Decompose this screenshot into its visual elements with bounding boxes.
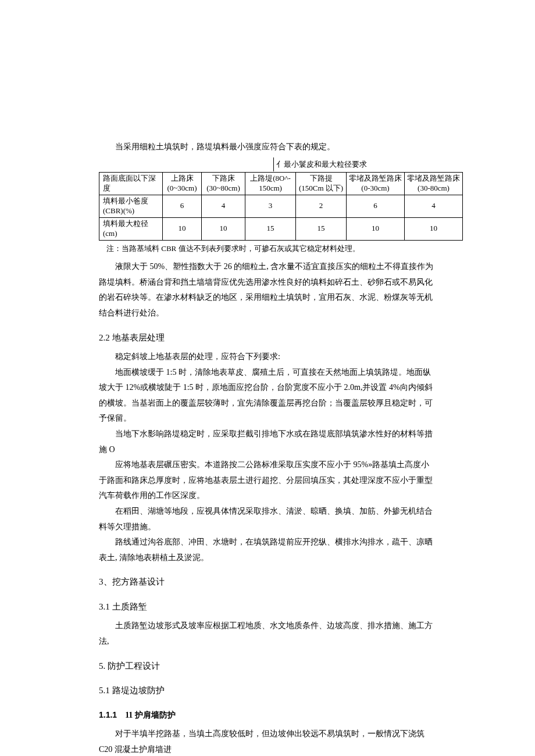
- th-lower-emb: 下路提(150Cm 以下): [296, 173, 347, 195]
- cell: 15: [245, 217, 296, 240]
- th-zero2: 零堵及路堑路床(30-80cm): [405, 173, 463, 195]
- paragraph: 稳定斜坡上地基表层的处理，应符合下列要求:: [99, 349, 436, 365]
- table-title: 亻最小鬟皮和最大粒径要求: [273, 157, 367, 172]
- paragraph: 地面横坡缓于 1:5 时，清除地表草皮、腐殖土后，可直接在天然地面上填筑路堤。地…: [99, 365, 436, 427]
- paragraph: 当地下水影响路堤稳定时，应采取拦截引排地下水或在路堤底部填筑渗水性好的材料等措施…: [99, 427, 436, 457]
- table-header-row: 路面底面以下深度 上路床(0~30cm) 下路床(30~80cm) 上路堤(8O…: [99, 173, 463, 195]
- cell: 10: [202, 217, 245, 240]
- paragraph: 路线通过沟谷底部、冲田、水塘时，在填筑路堤前应开挖纵、横排水沟排水，疏干、凉晒表…: [99, 535, 436, 565]
- cell: 6: [163, 195, 202, 217]
- table-note: 注：当路基域料 CBR 值达不到表列要求时，可掺石灰或其它稳定材料处理。: [99, 242, 436, 256]
- paragraph: 在稻田、湖塘等地段，应视具体情况采取排水、清淤、晾晒、换填、加筋、外掺无机结合料…: [99, 504, 436, 535]
- cell: 10: [347, 217, 405, 240]
- row-grain-label: 填料最大粒径(cm): [99, 217, 163, 240]
- th-upper-emb: 上路堤(8O^-150cm): [245, 173, 296, 195]
- paragraph: 土质路堑边坡形式及坡率应根据工程地质、水文地质条件、边坡高度、排水措施、施工方法…: [99, 618, 436, 649]
- table-row: 填料最小爸度(CBR)(%) 6 4 3 2 6 4: [99, 195, 463, 217]
- paragraph: 液限大于 50%、塑性指数大于 26 的细粒土, 含水量不适宜直接压实的细粒土不…: [99, 259, 436, 321]
- th-upper-bed: 上路床(0~30cm): [163, 173, 202, 195]
- cell: 2: [296, 195, 347, 217]
- th-zero1: 零堵及路堑路床(0-30cm): [347, 173, 405, 195]
- cell: 4: [202, 195, 245, 217]
- cell: 15: [296, 217, 347, 240]
- table-row: 填料最大粒径(cm) 10 10 15 15 10 10: [99, 217, 463, 240]
- th-depth: 路面底面以下深度: [99, 173, 163, 195]
- cell: 6: [347, 195, 405, 217]
- heading-2-2: 2.2 地基表层处理: [99, 329, 436, 346]
- paragraph: 应将地基表层碾压密实。本道路按二公路标准采取压实度不应小于 95%»路基填土高度…: [99, 457, 436, 504]
- heading-number: 1.1.1: [99, 710, 117, 719]
- heading-text: 11 护肩墙防护: [125, 711, 176, 719]
- cell: 10: [163, 217, 202, 240]
- heading-3-1: 3.1 土质路堑: [99, 599, 436, 615]
- cell: 3: [245, 195, 296, 217]
- paragraph-intro: 当采用细粒土填筑时，路堤填料最小强度应符合下表的规定。: [99, 139, 436, 155]
- heading-1-1-1: 1.1.1 11 护肩墙防护: [99, 707, 436, 723]
- cell: 10: [405, 217, 463, 240]
- row-cbr-label: 填料最小爸度(CBR)(%): [99, 195, 163, 217]
- cell: 4: [405, 195, 463, 217]
- heading-3: 3、挖方路基设计: [99, 574, 436, 590]
- paragraph: 对于半填半挖路基，当填土高度较低时，但边坡伸出较远不易填筑时，一般情况下浇筑 C…: [99, 726, 436, 756]
- heading-5: 5. 防护工程设计: [99, 658, 436, 675]
- heading-5-1: 5.1 路堤边坡防护: [99, 682, 436, 699]
- th-lower-bed: 下路床(30~80cm): [202, 173, 245, 195]
- requirements-table: 路面底面以下深度 上路床(0~30cm) 下路床(30~80cm) 上路堤(8O…: [99, 172, 463, 240]
